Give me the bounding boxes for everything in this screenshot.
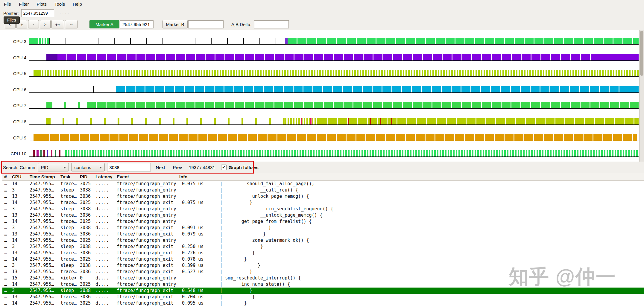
table-row[interactable]: …132547.955…trace…3036.....ftrace/funcgr… [2, 294, 644, 300]
cpu-track-cpu-10[interactable] [29, 150, 639, 156]
search-operator-dropdown[interactable]: contains [71, 163, 105, 171]
cell-cpu: 13 [10, 269, 28, 275]
column-header-pid[interactable]: PID [78, 173, 94, 180]
cell-task: <idle> [59, 275, 78, 281]
marker-b-value[interactable] [188, 20, 224, 28]
graph-follows-checkbox[interactable] [221, 165, 227, 170]
ab-delta-value[interactable] [254, 20, 289, 28]
table-row[interactable]: …132547.955…trace…3036.....ftrace/funcgr… [2, 250, 644, 256]
cell-info: | unlock_page_memcg() { [177, 193, 644, 200]
graph-scrollbar-thumb[interactable] [640, 31, 643, 76]
table-row[interactable]: …132547.955…trace…3036.....ftrace/funcgr… [2, 193, 644, 200]
table-row[interactable]: …142547.955…trace…3025.....ftrace/funcgr… [2, 237, 644, 244]
menu-item-tools[interactable]: Tools [51, 0, 69, 8]
table-row[interactable]: …32547.955…sleep3038.....ftrace/funcgrap… [2, 244, 644, 250]
table-row[interactable]: …32547.955…sleep3038d....ftrace/funcgrap… [2, 206, 644, 212]
menu-item-help[interactable]: Help [69, 0, 86, 8]
table-row[interactable]: …152547.955…<idle>0d....ftrace/funcgraph… [2, 275, 644, 281]
cell-timestamp: 2547.955… [28, 212, 59, 218]
pointer-row: Pointer: ···· [0, 8, 644, 19]
files-tooltip: Files [4, 16, 20, 24]
menu-item-filter[interactable]: Filter [15, 0, 33, 8]
table-row[interactable]: …32547.955…sleep3038.....ftrace/funcgrap… [2, 187, 644, 193]
nav-button-5[interactable]: -- [65, 20, 78, 28]
search-column-dropdown[interactable]: PID [38, 163, 69, 171]
cell-latency: ..... [94, 187, 115, 193]
cell-pid: 3036 [78, 231, 94, 237]
menu-item-plots[interactable]: Plots [33, 0, 51, 8]
column-header-info[interactable]: Info [177, 173, 644, 180]
nav-button-4[interactable]: ++ [51, 20, 64, 28]
column-header-cpu[interactable]: CPU [10, 173, 28, 180]
cpu-baseline [29, 124, 639, 125]
table-row[interactable]: …32547.955…sleep3038.....ftrace/funcgrap… [2, 288, 644, 294]
grip-dots-icon: ···· [60, 11, 70, 16]
cpu-track-cpu-3[interactable] [29, 38, 639, 44]
cpu-track-cpu-9[interactable] [29, 134, 639, 141]
cell-cpu: 3 [10, 206, 28, 212]
cell-info: | __inc_numa_state() { [177, 281, 644, 288]
cell-event: ftrace/funcgraph_entry [115, 180, 177, 187]
cpu-graph[interactable]: CPU 3CPU 4CPU 5CPU 6CPU 7CPU 8CPU 9CPU 1… [0, 30, 644, 162]
marker-a-button[interactable]: Marker A [89, 20, 119, 28]
cpu-baseline [29, 141, 639, 141]
search-next-button[interactable]: Next [153, 163, 168, 171]
nav-button-3[interactable]: > [40, 20, 51, 28]
cell-latency: ..... [94, 193, 115, 200]
cell-task: trace… [59, 294, 78, 300]
pointer-input[interactable] [21, 9, 54, 17]
table-row[interactable]: …132547.955…trace…3036.....ftrace/funcgr… [2, 212, 644, 218]
table-row[interactable]: …32547.955…sleep3038d....ftrace/funcgrap… [2, 225, 644, 231]
cpu-track-cpu-8[interactable] [29, 118, 639, 124]
cell-task: sleep [59, 206, 78, 212]
cell-timestamp: 2547.955… [28, 262, 59, 269]
cpu-bar-segment [34, 70, 39, 76]
column-header-task[interactable]: Task [59, 173, 78, 180]
cpu-bar-segment [93, 86, 94, 92]
cpu-bar-segment [37, 38, 49, 44]
table-row[interactable]: …142547.955…trace…3025.....ftrace/funcgr… [2, 218, 644, 225]
cell-task: trace… [59, 250, 78, 256]
marker-a-value[interactable]: 2547.955 921 [120, 20, 154, 28]
cell-num: … [2, 288, 10, 294]
cell-pid: 3025 [78, 256, 94, 262]
toolbar: <+->++-- Marker A 2547.955 921 Marker B … [0, 19, 644, 30]
menu-bar: FileFilterPlotsToolsHelp [0, 0, 644, 8]
table-row[interactable]: …132547.955…trace…3036.....ftrace/funcgr… [2, 231, 644, 237]
cell-cpu: 13 [10, 212, 28, 218]
graph-scrollbar[interactable] [639, 30, 644, 162]
search-prev-button[interactable]: Prev [170, 163, 185, 171]
table-row[interactable]: …142547.955…trace…3025d....ftrace/funcgr… [2, 281, 644, 288]
search-label: Search: Column [3, 165, 35, 170]
cell-event: ftrace/funcgraph_exit [115, 300, 177, 306]
cpu-bar-segment [49, 38, 285, 44]
cell-info: 0.078 us | } [177, 256, 644, 262]
cpu-track-cpu-6[interactable] [29, 86, 639, 92]
cell-info: 0.095 us | } [177, 300, 644, 306]
cpu-track-cpu-5[interactable] [29, 70, 639, 76]
search-input[interactable] [107, 163, 151, 171]
cpu-track-cpu-4[interactable] [29, 54, 639, 60]
marker-b-button[interactable]: Marker B [162, 20, 188, 28]
cpu-bar-segment [39, 70, 639, 76]
cell-timestamp: 2547.955… [28, 256, 59, 262]
cpu-track-cpu-7[interactable] [29, 102, 639, 108]
column-header-timestamp[interactable]: Time Stamp [28, 173, 59, 180]
table-row[interactable]: …132547.955…trace…3036.....ftrace/funcgr… [2, 269, 644, 275]
column-header-latency[interactable]: Latency [94, 173, 115, 180]
nav-button-2[interactable]: - [28, 20, 39, 28]
menu-item-file[interactable]: File [0, 0, 15, 8]
cell-task: sleep [59, 225, 78, 231]
cell-num: … [2, 244, 10, 250]
cell-latency: ..... [94, 212, 115, 218]
cell-task: trace… [59, 231, 78, 237]
column-header-event[interactable]: Event [115, 173, 177, 180]
cell-num: … [2, 212, 10, 218]
column-header-[interactable]: # [2, 173, 10, 180]
table-row[interactable]: …142547.955…trace…3025d....ftrace/funcgr… [2, 300, 644, 306]
table-row[interactable]: …142547.955…trace…3025.....ftrace/funcgr… [2, 200, 644, 206]
cell-latency: d.... [94, 275, 115, 281]
table-row[interactable]: …142547.955…trace…3025.....ftrace/funcgr… [2, 180, 644, 187]
table-row[interactable]: …142547.955…trace…3025.....ftrace/funcgr… [2, 256, 644, 262]
table-row[interactable]: …32547.955…sleep3038.....ftrace/funcgrap… [2, 262, 644, 269]
